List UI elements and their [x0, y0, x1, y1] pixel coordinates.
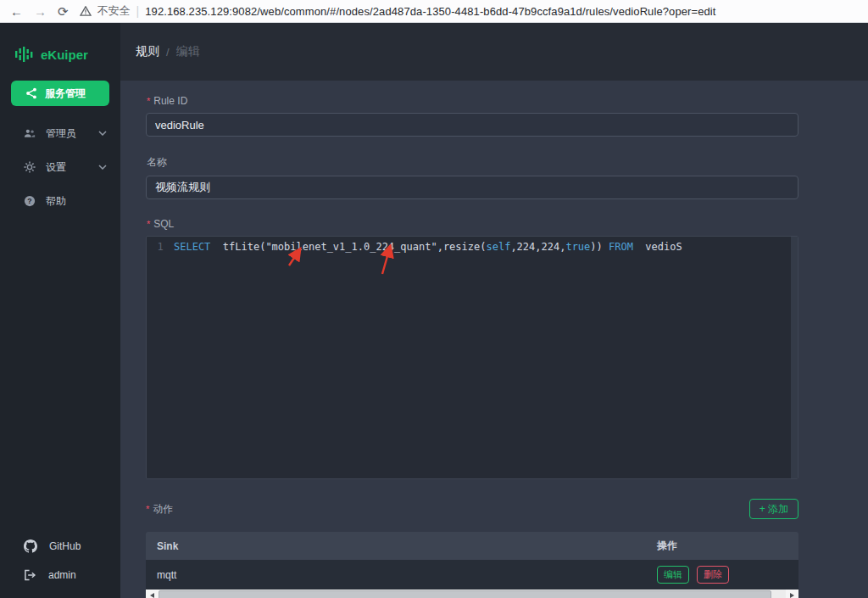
logout-icon — [24, 569, 36, 581]
url-text[interactable]: 192.168.235.129:9082/web/common/#/nodes/… — [145, 5, 715, 18]
breadcrumb-separator: / — [166, 46, 170, 59]
security-label: 不安全 — [97, 3, 131, 19]
browser-toolbar: ← → ⟳ 不安全 | 192.168.235.129:9082/web/com… — [0, 0, 868, 23]
ekuiper-logo-icon — [14, 45, 33, 64]
warning-icon — [80, 6, 92, 16]
sidebar-item-help[interactable]: ? 帮助 — [0, 184, 120, 218]
required-mark: * — [146, 504, 149, 514]
share-icon — [25, 87, 37, 99]
sidebar-item-label: 管理员 — [46, 126, 76, 141]
breadcrumb-section[interactable]: 规则 — [136, 44, 159, 59]
rule-edit-form: * Rule ID 名称 * SQL — [120, 81, 868, 598]
help-icon: ? — [24, 195, 36, 207]
sidebar-footer: GitHub admin — [0, 532, 120, 598]
rule-id-label: * Rule ID — [147, 95, 798, 107]
column-header-actions: 操作 — [657, 539, 798, 553]
sidebar-item-label: 服务管理 — [45, 87, 86, 101]
breadcrumb-page: 编辑 — [176, 44, 200, 59]
column-header-sink: Sink — [146, 540, 657, 552]
rule-name-input[interactable] — [146, 176, 798, 199]
sink-table: Sink 操作 mqtt 编辑 删除 — [146, 532, 798, 598]
sql-code-editor[interactable]: 1 SELECT tfLite("mobilenet_v1_1.0_224_qu… — [146, 236, 798, 479]
horizontal-scrollbar[interactable] — [146, 590, 798, 598]
forward-icon[interactable]: → — [34, 5, 47, 18]
brand-name: eKuiper — [41, 48, 88, 62]
sink-cell: mqtt — [146, 569, 657, 581]
sidebar: eKuiper 服务管理 管理员 — [0, 23, 120, 598]
brand-logo[interactable]: eKuiper — [0, 23, 120, 69]
sidebar-item-settings[interactable]: 设置 — [0, 150, 120, 184]
sidebar-item-service-management[interactable]: 服务管理 — [11, 81, 109, 106]
address-bar[interactable]: 不安全 | 192.168.235.129:9082/web/common/#/… — [80, 3, 716, 19]
sql-code-line[interactable]: SELECT tfLite("mobilenet_v1_1.0_224_quan… — [174, 237, 682, 478]
gear-icon — [24, 161, 36, 173]
left-arrow-icon — [150, 593, 154, 598]
logout-user[interactable]: admin — [0, 561, 120, 590]
username-label: admin — [48, 569, 76, 581]
refresh-icon[interactable]: ⟳ — [58, 5, 69, 18]
svg-text:?: ? — [27, 197, 31, 205]
scrollbar-track[interactable] — [159, 590, 786, 598]
scrollbar-thumb[interactable] — [159, 590, 771, 598]
actions-cell: 编辑 删除 — [657, 566, 798, 584]
chevron-down-icon — [98, 165, 107, 170]
table-header-row: Sink 操作 — [146, 532, 798, 560]
right-arrow-icon — [790, 593, 794, 598]
github-link[interactable]: GitHub — [0, 532, 120, 561]
line-number: 1 — [147, 237, 174, 478]
sidebar-item-admin[interactable]: 管理员 — [0, 116, 120, 150]
required-mark: * — [147, 219, 150, 229]
scroll-left-button[interactable] — [146, 590, 159, 598]
github-icon — [24, 539, 37, 553]
users-icon — [24, 128, 36, 138]
rule-id-input[interactable] — [146, 113, 798, 137]
name-label: 名称 — [147, 155, 798, 170]
back-icon[interactable]: ← — [10, 5, 23, 18]
url-separator: | — [136, 4, 140, 18]
editor-vertical-scrollbar[interactable] — [791, 237, 798, 478]
github-label: GitHub — [49, 540, 81, 552]
edit-sink-button[interactable]: 编辑 — [657, 566, 689, 584]
delete-sink-button[interactable]: 删除 — [697, 566, 729, 584]
sidebar-item-label: 设置 — [46, 160, 66, 175]
page-header: 规则 / 编辑 — [120, 23, 868, 81]
sql-label: * SQL — [147, 218, 798, 230]
required-mark: * — [147, 96, 150, 106]
table-row: mqtt 编辑 删除 — [146, 560, 798, 590]
sidebar-item-label: 帮助 — [46, 194, 66, 209]
sidebar-menu: 管理员 设置 — [0, 116, 120, 218]
add-action-button[interactable]: + 添加 — [749, 499, 798, 519]
scroll-right-button[interactable] — [786, 590, 798, 598]
actions-label: * 动作 — [146, 502, 173, 517]
chevron-down-icon — [98, 131, 107, 136]
